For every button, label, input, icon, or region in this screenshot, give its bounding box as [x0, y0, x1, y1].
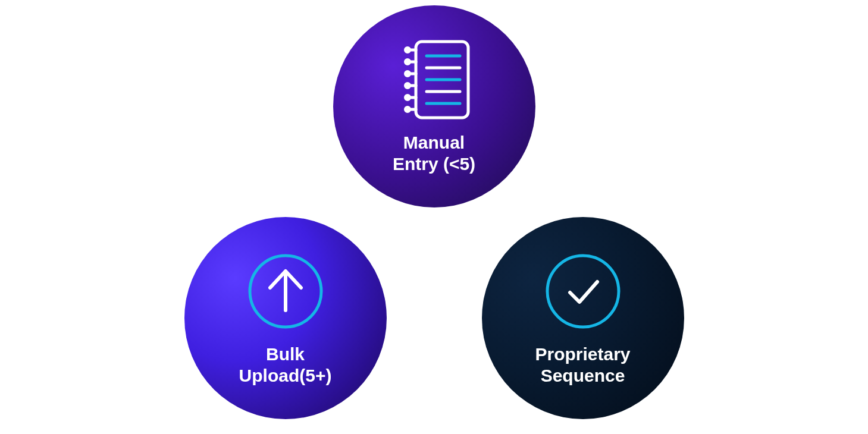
options-diagram: Manual Entry (<5) Bulk Upload(5+) Propri…: [167, 3, 702, 431]
svg-point-14: [547, 256, 619, 327]
option-manual-entry[interactable]: Manual Entry (<5): [333, 5, 535, 207]
option-manual-entry-label: Manual Entry (<5): [393, 132, 475, 175]
upload-circle-icon: [244, 250, 327, 333]
notebook-icon: [396, 38, 473, 121]
option-proprietary-sequence-label: Proprietary Sequence: [535, 344, 630, 386]
option-bulk-upload-label: Bulk Upload(5+): [239, 344, 332, 386]
option-proprietary-sequence[interactable]: Proprietary Sequence: [482, 217, 684, 419]
option-bulk-upload[interactable]: Bulk Upload(5+): [184, 217, 387, 419]
checkmark-circle-icon: [541, 250, 625, 333]
